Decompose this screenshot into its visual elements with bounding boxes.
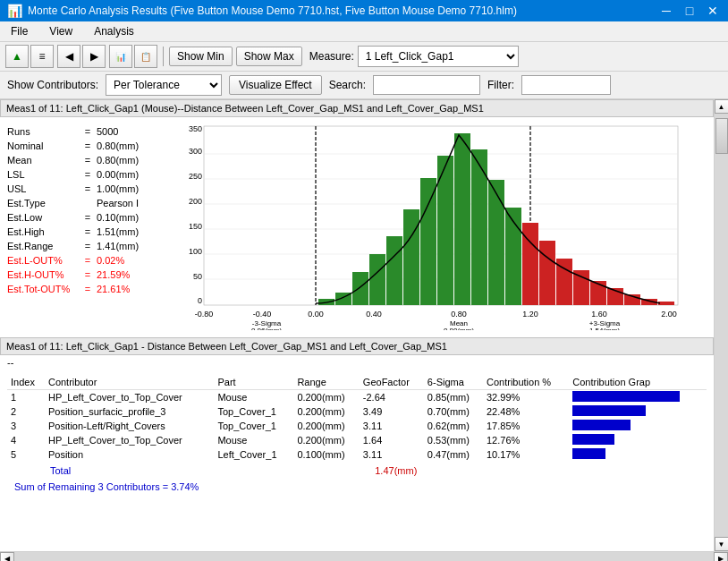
app-icon: 📊 (7, 4, 22, 18)
cell-range: 0.100(mm) (293, 447, 359, 462)
prev-icon[interactable]: ◀ (57, 45, 80, 68)
svg-rect-29 (488, 180, 504, 305)
contributors-table: Index Contributor Part Range GeoFactor 6… (7, 375, 707, 462)
cell-contrib: 12.76% (483, 433, 569, 447)
scroll-left-button[interactable]: ◀ (0, 552, 14, 562)
cell-contrib: 22.48% (483, 404, 569, 419)
svg-text:100: 100 (189, 247, 202, 256)
svg-text:0.80: 0.80 (451, 310, 467, 319)
svg-text:50: 50 (193, 272, 202, 281)
svg-text:2.00: 2.00 (661, 310, 677, 319)
show-max-button[interactable]: Show Max (236, 47, 302, 66)
table-row: 5 Position Left_Cover_1 0.100(mm) 3.11 0… (7, 447, 707, 462)
svg-rect-32 (539, 241, 555, 305)
menu-analysis[interactable]: Analysis (87, 23, 141, 39)
cell-bar (569, 404, 707, 419)
minimize-button[interactable]: ─ (658, 4, 674, 17)
close-button[interactable]: ✕ (705, 4, 721, 17)
cell-contributor: Position_surfacic_profile_3 (45, 404, 215, 419)
maximize-button[interactable]: □ (681, 4, 698, 17)
scroll-right-button[interactable]: ▶ (714, 552, 728, 562)
cell-bar (569, 390, 707, 405)
cell-contributor: Position (45, 447, 215, 462)
col-contributor: Contributor (45, 375, 215, 390)
cell-part: Top_Cover_1 (214, 419, 293, 433)
cell-range: 0.200(mm) (293, 419, 359, 433)
search-input[interactable] (373, 75, 480, 95)
svg-rect-39 (658, 302, 674, 305)
cell-index: 5 (7, 447, 45, 462)
separator-1 (163, 47, 164, 66)
total-value: 1.47(mm) (375, 465, 417, 476)
cell-range: 0.200(mm) (293, 433, 359, 447)
stat-usl: USL = 1.00(mm) (7, 182, 177, 196)
svg-text:0.06(mm): 0.06(mm) (251, 327, 283, 330)
menu-view[interactable]: View (42, 23, 80, 39)
cell-sigma: 0.53(mm) (424, 433, 483, 447)
list-icon[interactable]: ≡ (30, 45, 54, 68)
measure-select[interactable]: 1 Left_Click_Gap1 (358, 46, 519, 67)
section2-header: Meas1 of 11: Left_Click_Gap1 - Distance … (0, 337, 714, 355)
visualize-effect-button[interactable]: Visualize Effect (229, 75, 322, 95)
filter-label: Filter: (487, 79, 514, 91)
filter-input[interactable] (521, 75, 611, 95)
section2-separator: -- (0, 355, 714, 370)
cell-geo: 1.64 (360, 433, 424, 447)
cell-contrib: 17.85% (483, 419, 569, 433)
scroll-thumb[interactable] (715, 118, 728, 154)
title-bar: 📊 Monte Carlo Analysis Results (Five But… (0, 0, 728, 21)
stat-estlout: Est.L-OUT% = 0.02% (7, 253, 177, 268)
svg-text:-0.40: -0.40 (253, 310, 272, 319)
menu-file[interactable]: File (4, 23, 35, 39)
scroll-down-button[interactable]: ▼ (715, 537, 729, 551)
svg-rect-24 (403, 209, 419, 305)
h-scroll-track (14, 552, 714, 562)
stat-esttype: Est.Type Pearson I (7, 196, 177, 210)
show-contributors-select[interactable]: Per Tolerance (106, 74, 222, 96)
svg-text:0.00: 0.00 (308, 310, 324, 319)
cell-sigma: 0.85(mm) (424, 390, 483, 405)
svg-text:200: 200 (189, 197, 202, 206)
next-icon[interactable]: ▶ (82, 45, 106, 68)
table-row: 2 Position_surfacic_profile_3 Top_Cover_… (7, 404, 707, 419)
svg-text:350: 350 (189, 124, 202, 133)
stat-esttotout: Est.Tot-OUT% = 21.61% (7, 282, 177, 296)
svg-rect-27 (454, 133, 470, 305)
scroll-up-button[interactable]: ▲ (715, 99, 729, 114)
cell-bar (569, 419, 707, 433)
stat-esthout: Est.H-OUT% = 21.59% (7, 268, 177, 282)
svg-text:0.40: 0.40 (366, 310, 382, 319)
cell-index: 1 (7, 390, 45, 405)
triangle-icon[interactable]: ▲ (5, 45, 29, 68)
col-geofactor: GeoFactor (360, 375, 424, 390)
table-header-row: Index Contributor Part Range GeoFactor 6… (7, 375, 707, 390)
col-contrib: Contribution % (483, 375, 569, 390)
chart-icon[interactable]: 📊 (109, 45, 132, 68)
col-part: Part (214, 375, 293, 390)
col-sigma: 6-Sigma (424, 375, 483, 390)
total-label[interactable]: Total (50, 465, 71, 476)
icon-group-3: 📊 📋 (109, 45, 157, 68)
col-graph: Contribution Grap (569, 375, 707, 390)
options-bar: Show Contributors: Per Tolerance Visuali… (0, 72, 728, 99)
svg-rect-25 (420, 178, 436, 305)
table-row: 1 HP_Left_Cover_to_Top_Cover Mouse 0.200… (7, 390, 707, 405)
cell-sigma: 0.62(mm) (424, 419, 483, 433)
table-row: 3 Position-Left/Right_Covers Top_Cover_1… (7, 419, 707, 433)
cell-geo: 3.11 (360, 419, 424, 433)
svg-text:300: 300 (189, 147, 202, 156)
table-icon[interactable]: 📋 (134, 45, 157, 68)
cell-index: 3 (7, 419, 45, 433)
cell-part: Mouse (214, 433, 293, 447)
cell-contributor: Position-Left/Right_Covers (45, 419, 215, 433)
search-label: Search: (329, 79, 366, 91)
svg-rect-28 (471, 149, 487, 305)
show-min-button[interactable]: Show Min (169, 47, 233, 66)
cell-sigma: 0.47(mm) (424, 447, 483, 462)
cell-part: Mouse (214, 390, 293, 405)
cell-contrib: 32.99% (483, 390, 569, 405)
cell-index: 2 (7, 404, 45, 419)
svg-text:1.54(mm): 1.54(mm) (589, 327, 621, 330)
stat-mean: Mean = 0.80(mm) (7, 153, 177, 167)
stat-estlow: Est.Low = 0.10(mm) (7, 210, 177, 225)
